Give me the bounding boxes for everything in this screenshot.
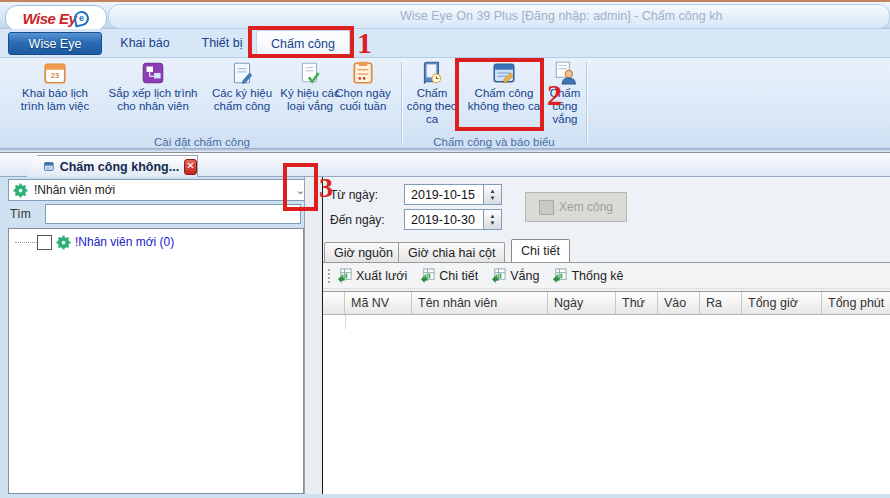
report-icon xyxy=(539,200,554,215)
column-header-tong-gio[interactable]: Tổng giờ xyxy=(742,292,822,314)
book-clock-icon xyxy=(419,60,445,86)
to-date-spinner[interactable]: ▲▼ xyxy=(404,209,502,230)
green-badge-icon xyxy=(56,235,71,250)
ribbon-group-separator xyxy=(401,62,402,144)
ribbon-tab-bar: Wise Eye Khai báo Thiết bị Chấm công xyxy=(0,29,890,57)
tab-wise-eye[interactable]: Wise Eye xyxy=(8,32,102,55)
logo-text: Wise Ey xyxy=(23,10,77,27)
result-tab-strip: Giờ nguồn Giờ chia hai cột Chi tiết xyxy=(323,240,890,263)
toolbar-item-label: Thống kê xyxy=(571,269,623,283)
button-sap-xep-lich-trinh[interactable]: Sắp xếp lịch trình cho nhân viên xyxy=(101,60,205,113)
document-tab-label: Chấm công không... xyxy=(60,160,179,174)
annotation-box-3 xyxy=(283,163,318,211)
search-input[interactable] xyxy=(45,204,301,224)
ribbon-button-label: Chọn ngày cuối tuần xyxy=(327,87,399,113)
document-tab-strip: Chấm công không... ✕ xyxy=(0,152,890,177)
spinner-arrows-icon[interactable]: ▲▼ xyxy=(483,210,501,229)
clipboard-calendar-icon xyxy=(350,60,376,86)
annotation-number-3: 3 xyxy=(319,172,333,204)
column-header-ra[interactable]: Ra xyxy=(700,292,742,314)
ribbon-button-label: Chấm công theo ca xyxy=(405,87,459,126)
attendance-panel: Từ ngày: ▲▼ Đến ngày: ▲▼ Xem công Giờ ng… xyxy=(323,177,890,498)
tree-item-label: !Nhân viên mới (0) xyxy=(75,235,174,249)
grid-toolbar: Xuất lưới Chi tiết Vắng Thống kê xyxy=(323,263,890,289)
ribbon-button-label: Khai báo lịch trình làm việc xyxy=(11,87,99,113)
toolbar-item-label: Vắng xyxy=(510,269,539,283)
department-combobox[interactable]: !Nhân viên mới ⌄ xyxy=(8,179,310,201)
checkbox[interactable] xyxy=(37,235,52,250)
panel-splitter[interactable] xyxy=(304,177,324,498)
employee-tree[interactable]: !Nhân viên mới (0) xyxy=(8,228,304,494)
annotation-number-2: 2 xyxy=(547,78,562,112)
grid-body[interactable] xyxy=(323,315,890,498)
tab-gio-nguon[interactable]: Giờ nguồn xyxy=(324,242,403,262)
column-header-thu[interactable]: Thứ xyxy=(616,292,658,314)
green-badge-icon xyxy=(13,183,28,198)
export-grid-icon xyxy=(552,268,567,283)
title-bar: Wise Eye Wise Eye On 39 Plus [Đăng nhập:… xyxy=(0,0,890,29)
column-header-tong-phut[interactable]: Tổng phút xyxy=(822,292,890,314)
detail-button[interactable]: Chi tiết xyxy=(420,268,478,283)
view-attendance-button-label: Xem công xyxy=(559,200,613,214)
svg-text:23: 23 xyxy=(51,71,59,80)
ribbon: 23 Khai báo lịch trình làm việc Sắp xếp … xyxy=(0,57,890,148)
window-title: Wise Eye On 39 Plus [Đăng nhập: admin] -… xyxy=(400,9,886,23)
tab-gio-chia-hai-cot[interactable]: Giờ chia hai cột xyxy=(398,242,505,262)
button-khai-bao-lich-trinh[interactable]: 23 Khai báo lịch trình làm việc xyxy=(11,60,99,113)
annotation-box-2 xyxy=(455,58,544,131)
note-pencil-icon xyxy=(229,60,255,86)
export-grid-icon xyxy=(420,268,435,283)
toolbar-item-label: Chi tiết xyxy=(439,269,478,283)
ribbon-group-cai-dat: 23 Khai báo lịch trình làm việc Sắp xếp … xyxy=(3,58,401,148)
row-selector-divider xyxy=(345,315,346,329)
column-header-ten-nhan-vien[interactable]: Tên nhân viên xyxy=(412,292,548,314)
button-cac-ky-hieu-cham-cong[interactable]: Các ký hiệu chấm công xyxy=(209,60,275,113)
grid-header-row: Mã NV Tên nhân viên Ngày Thứ Vào Ra Tổng… xyxy=(323,291,890,315)
page-check-icon xyxy=(297,60,323,86)
toolbar-grip[interactable] xyxy=(327,267,332,285)
calendar-pencil-icon xyxy=(43,159,55,174)
org-people-icon xyxy=(140,60,166,86)
view-attendance-button[interactable]: Xem công xyxy=(525,192,627,222)
button-chon-ngay-cuoi-tuan[interactable]: Chọn ngày cuối tuần xyxy=(327,60,399,113)
document-tab-cham-cong-khong[interactable]: Chấm công không... ✕ xyxy=(26,155,198,177)
button-cham-cong-theo-ca[interactable]: Chấm công theo ca xyxy=(405,60,459,126)
column-header-vao[interactable]: Vào xyxy=(658,292,700,314)
tree-item-nhan-vien-moi[interactable]: !Nhân viên mới (0) xyxy=(15,234,174,250)
annotation-box-1 xyxy=(248,26,354,58)
export-grid-button[interactable]: Xuất lưới xyxy=(337,268,407,283)
app-logo[interactable]: Wise Eye xyxy=(5,5,107,31)
window-bottom-margin xyxy=(0,494,890,498)
absent-button[interactable]: Vắng xyxy=(491,268,539,283)
ribbon-button-label: Các ký hiệu chấm công xyxy=(209,87,275,113)
export-grid-icon xyxy=(491,268,506,283)
annotation-number-1: 1 xyxy=(357,26,372,60)
tab-chi-tiet[interactable]: Chi tiết xyxy=(511,239,570,262)
from-date-spinner[interactable]: ▲▼ xyxy=(404,184,502,205)
department-combo-value: !Nhân viên mới xyxy=(34,183,115,197)
to-date-input[interactable] xyxy=(405,210,487,229)
search-label: Tìm xyxy=(10,207,31,221)
from-date-input[interactable] xyxy=(405,185,487,204)
ribbon-group-label: Cài đặt chấm công xyxy=(3,136,401,148)
column-header-ngay[interactable]: Ngày xyxy=(548,292,616,314)
spinner-arrows-icon[interactable]: ▲▼ xyxy=(483,185,501,204)
tab-thiet-bi[interactable]: Thiết bị xyxy=(192,32,252,53)
ribbon-button-label: Sắp xếp lịch trình cho nhân viên xyxy=(101,87,205,113)
to-date-label: Đến ngày: xyxy=(330,213,385,227)
from-date-label: Từ ngày: xyxy=(330,188,378,202)
ribbon-group-separator xyxy=(586,62,587,144)
export-grid-icon xyxy=(337,268,352,283)
ribbon-group-label: Chấm công và báo biểu xyxy=(403,136,585,148)
tab-khai-bao[interactable]: Khai báo xyxy=(112,32,178,53)
app-window: Wise Eye Wise Eye On 39 Plus [Đăng nhập:… xyxy=(0,0,890,498)
close-icon[interactable]: ✕ xyxy=(184,159,197,175)
calendar-icon: 23 xyxy=(42,60,68,86)
statistics-button[interactable]: Thống kê xyxy=(552,268,623,283)
eye-icon: e xyxy=(73,9,91,27)
toolbar-item-label: Xuất lưới xyxy=(356,269,407,283)
row-selector-header xyxy=(323,292,345,314)
tree-connector xyxy=(15,242,37,243)
column-header-ma-nv[interactable]: Mã NV xyxy=(345,292,412,314)
